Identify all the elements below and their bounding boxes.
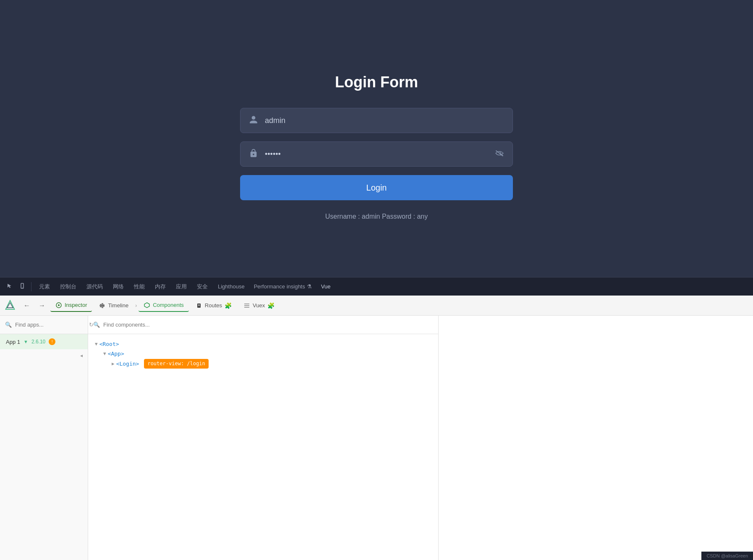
- comp-search-bar: 🔍: [88, 316, 438, 334]
- inspector-tab[interactable]: Inspector: [50, 299, 92, 312]
- cursor-icon[interactable]: [4, 281, 15, 292]
- perf-icon: ⚗: [307, 283, 312, 290]
- tab-sources[interactable]: 源代码: [82, 281, 107, 292]
- tab-console[interactable]: 控制台: [56, 281, 81, 292]
- tab-memory[interactable]: 内存: [151, 281, 170, 292]
- tree-toggle-login: ▶: [112, 360, 115, 368]
- password-dots[interactable]: ••••••: [265, 150, 488, 159]
- comp-search-icon: 🔍: [93, 322, 100, 328]
- app-name: App 1: [6, 339, 20, 345]
- vue-toolbar: ← → Inspector Timeline ›: [0, 296, 753, 316]
- comp-search-input[interactable]: [103, 322, 433, 328]
- inspector-icon: [55, 302, 62, 309]
- username-value[interactable]: admin: [265, 116, 504, 125]
- tree-toggle-root: ▼: [95, 340, 98, 348]
- component-tree: 🔍 ▼ <Root> ▼ <App> ▶ <Login> ro: [88, 316, 438, 560]
- forward-button[interactable]: →: [35, 300, 49, 311]
- login-form: admin •••••• Login Username : admin Pass…: [240, 108, 513, 220]
- routes-icon: [196, 302, 202, 309]
- tab-elements[interactable]: 元素: [35, 281, 54, 292]
- vue-devtools-panel: ← → Inspector Timeline ›: [0, 296, 753, 560]
- app-search-input[interactable]: [15, 322, 86, 328]
- mobile-icon[interactable]: [17, 281, 28, 292]
- login-hint: Username : admin Password : any: [240, 213, 513, 220]
- tab-network[interactable]: 网络: [109, 281, 128, 292]
- component-tree-content: ▼ <Root> ▼ <App> ▶ <Login> router-view: …: [88, 334, 438, 374]
- routes-puzzle-icon: 🧩: [225, 302, 232, 309]
- app-sidebar: 🔍 ↻ App 1 ▼ 2.6.10 ! ◂: [0, 316, 88, 560]
- back-button[interactable]: ←: [20, 300, 34, 311]
- app-list-item[interactable]: App 1 ▼ 2.6.10 !: [0, 334, 88, 349]
- components-icon: [144, 302, 150, 309]
- tree-node-root[interactable]: ▼ <Root>: [95, 339, 431, 349]
- app-version: 2.6.10: [31, 339, 45, 345]
- vuex-tab[interactable]: Vuex 🧩: [238, 300, 280, 311]
- warning-badge: !: [49, 338, 55, 345]
- vuex-icon: [243, 302, 250, 309]
- tab-performance-insights[interactable]: Performance insights ⚗: [251, 282, 315, 291]
- password-field: ••••••: [240, 141, 513, 167]
- login-title: Login Form: [335, 73, 418, 91]
- timeline-icon: [99, 302, 105, 309]
- eye-toggle-icon[interactable]: [495, 150, 504, 159]
- components-tab[interactable]: Components: [139, 299, 189, 312]
- router-badge: router-view: /login: [144, 359, 208, 369]
- tab-performance[interactable]: 性能: [130, 281, 149, 292]
- vue-content: 🔍 ↻ App 1 ▼ 2.6.10 ! ◂ 🔍: [0, 316, 753, 560]
- tree-toggle-app: ▼: [103, 350, 106, 358]
- routes-tab[interactable]: Routes 🧩: [191, 300, 237, 311]
- login-page: Login Form admin ••••••: [0, 0, 753, 277]
- lock-icon: [249, 149, 258, 160]
- tree-node-login[interactable]: ▶ <Login> router-view: /login: [95, 359, 431, 369]
- tree-label-login: <Login>: [116, 359, 139, 369]
- vue-v-badge: ▼: [24, 339, 28, 344]
- login-button[interactable]: Login: [240, 175, 513, 200]
- username-field: admin: [240, 108, 513, 133]
- vue-logo: [4, 300, 16, 311]
- footer-text: CSDN @alisaGreen: [706, 553, 748, 558]
- tree-node-app[interactable]: ▼ <App>: [95, 349, 431, 359]
- app-search-icon: 🔍: [5, 322, 12, 328]
- right-panel: [438, 316, 753, 560]
- sidebar-collapse-btn[interactable]: ◂: [78, 351, 84, 360]
- devtools-bar: 元素 控制台 源代码 网络 性能 内存 应用 安全 Lighthouse Per…: [0, 277, 753, 296]
- tree-label-app: <App>: [108, 349, 124, 359]
- footer: CSDN @alisaGreen: [701, 552, 753, 560]
- tab-vue[interactable]: Vue: [317, 282, 335, 291]
- app-search-bar: 🔍 ↻: [0, 316, 88, 334]
- tree-label-root: <Root>: [99, 339, 119, 349]
- tab-security[interactable]: 安全: [193, 281, 212, 292]
- svg-point-6: [58, 304, 60, 306]
- vuex-puzzle-icon: 🧩: [267, 302, 275, 309]
- tab-application[interactable]: 应用: [172, 281, 191, 292]
- tab-lighthouse[interactable]: Lighthouse: [214, 282, 249, 291]
- user-icon: [249, 115, 258, 126]
- timeline-tab[interactable]: Timeline: [94, 300, 133, 311]
- divider: [31, 282, 31, 291]
- chevron-icon: ›: [135, 303, 137, 309]
